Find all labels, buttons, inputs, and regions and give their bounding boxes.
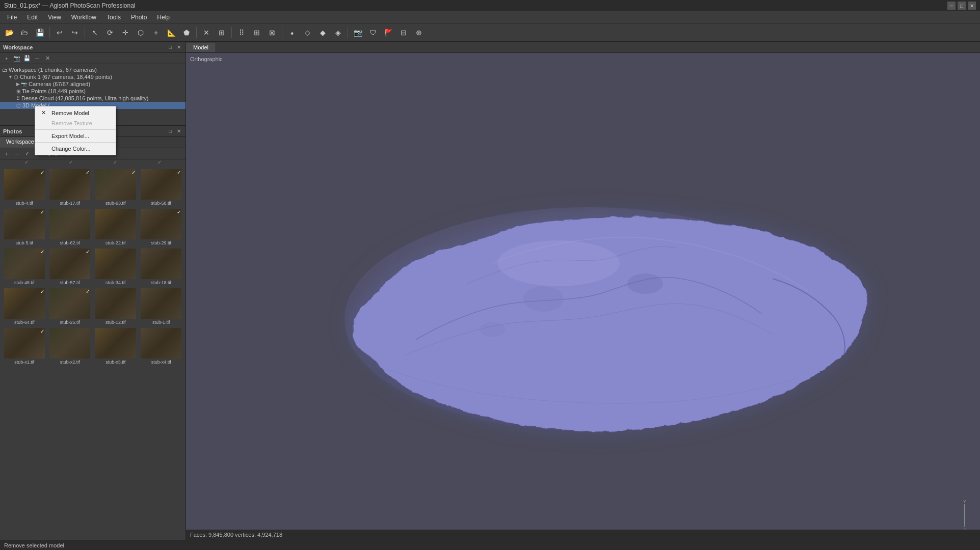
- model-icon: ⬡: [16, 103, 21, 108]
- tb-measure-button[interactable]: 📐: [164, 25, 178, 40]
- left-panel: Workspace □ ✕ + 📷 💾 ─ ✕ 🗂 Workspace (1 c…: [0, 42, 186, 540]
- status-bar: Remove selected model: [0, 540, 980, 550]
- photo-cell-19[interactable]: stub-x3.tif: [93, 327, 138, 366]
- photo-cell-18[interactable]: stub-x2.tif: [48, 327, 93, 366]
- photo-cell-13[interactable]: ✓ stub-64.tif: [2, 287, 47, 326]
- tb-texture-button[interactable]: ⬧: [285, 25, 299, 40]
- photo-cell-6[interactable]: stub-62.tif: [48, 208, 93, 246]
- workspace-close-button[interactable]: ✕: [175, 44, 182, 51]
- tree-tiepoints[interactable]: ⊞ Tie Points (18,449 points): [0, 88, 186, 95]
- photo-cell-12[interactable]: stub-18.tif: [139, 248, 184, 286]
- photo-thumb-2: ✓: [49, 169, 90, 200]
- tb-separator-2: [85, 27, 85, 38]
- photo-cell-9[interactable]: ✓ stub-46.tif: [2, 248, 47, 286]
- tb-polygon-button[interactable]: ⬟: [179, 25, 194, 40]
- photo-thumb-8: ✓: [141, 209, 181, 239]
- tb-folder-button[interactable]: 🗁: [17, 25, 32, 40]
- photo-cell-14[interactable]: ✓ stub-25.tif: [48, 287, 93, 326]
- ws-minimize-button[interactable]: ─: [33, 54, 42, 63]
- menu-view[interactable]: View: [43, 13, 66, 22]
- ctx-remove-model[interactable]: ✕ Remove Model: [35, 107, 116, 118]
- svg-point-1: [523, 286, 564, 312]
- tree-chunk[interactable]: ▼ ⬡ Chunk 1 (67 cameras, 18,449 points): [0, 73, 186, 80]
- ws-save-button[interactable]: 💾: [22, 54, 32, 63]
- tb-flag-button[interactable]: 🛡: [366, 25, 380, 40]
- tb-redo-button[interactable]: ↪: [68, 25, 82, 40]
- close-button[interactable]: ✕: [968, 2, 976, 10]
- tb-marker-button[interactable]: 🚩: [381, 25, 395, 40]
- model-viewport[interactable]: Orthographic: [186, 53, 980, 540]
- maximize-button[interactable]: □: [958, 2, 966, 10]
- tb-cursor-button[interactable]: ↖: [88, 25, 102, 40]
- tb-move-button[interactable]: ✛: [118, 25, 133, 40]
- photo-check-5: ✓: [40, 209, 44, 215]
- tb-open-button[interactable]: 📂: [2, 25, 16, 40]
- tb-grid-button[interactable]: ⊞: [250, 25, 264, 40]
- tb-crop-button[interactable]: ⊞: [215, 25, 229, 40]
- photo-name-9: stub-46.tif: [14, 280, 35, 285]
- menu-edit[interactable]: Edit: [22, 13, 43, 22]
- photo-cell-2[interactable]: ✓ stub-17.tif: [48, 168, 93, 207]
- photo-name-13: stub-64.tif: [14, 320, 35, 325]
- menu-workflow[interactable]: Workflow: [66, 13, 101, 22]
- photo-cell-10[interactable]: ✓ stub-57.tif: [48, 248, 93, 286]
- photo-cell-11[interactable]: stub-34.tif: [93, 248, 138, 286]
- workspace-label: Workspace (1 chunks, 67 cameras): [9, 67, 97, 73]
- tab-model[interactable]: Model: [186, 43, 216, 52]
- menu-tools[interactable]: Tools: [101, 13, 126, 22]
- tree-densecloud[interactable]: ⠿ Dense Cloud (42,085,816 points, Ultra …: [0, 95, 186, 102]
- check-2: ✓: [69, 159, 73, 165]
- photo-cell-4[interactable]: ✓ stub-58.tif: [139, 168, 184, 207]
- photo-cell-17[interactable]: ✓ stub-x1.tif: [2, 327, 47, 366]
- tb-save-button[interactable]: 💾: [33, 25, 47, 40]
- ws-close-btn2[interactable]: ✕: [43, 54, 52, 63]
- photos-check-button[interactable]: ✓: [22, 149, 32, 158]
- tb-mesh-button[interactable]: ⊠: [265, 25, 279, 40]
- workspace-float-button[interactable]: □: [167, 44, 174, 51]
- photos-remove-button[interactable]: ─: [12, 149, 21, 158]
- photo-cell-5[interactable]: ✓ stub-5.tif: [2, 208, 47, 246]
- photo-cell-15[interactable]: stub-12.tif: [93, 287, 138, 326]
- tb-camera-button[interactable]: 📷: [351, 25, 365, 40]
- photo-thumb-17: ✓: [4, 328, 45, 359]
- ws-add-chunk-button[interactable]: +: [2, 54, 11, 63]
- photo-check-13: ✓: [40, 289, 44, 294]
- tb-diamond2-button[interactable]: ◆: [315, 25, 330, 40]
- photo-cell-1[interactable]: ✓ stub-4.tif: [2, 168, 47, 207]
- ws-add-photos-button[interactable]: 📷: [12, 54, 21, 63]
- tb-diamond1-button[interactable]: ◇: [300, 25, 314, 40]
- tb-rotate-button[interactable]: ⟳: [103, 25, 117, 40]
- tb-lasso-button[interactable]: +: [149, 25, 163, 40]
- menu-help[interactable]: Help: [152, 13, 175, 22]
- tb-region-button[interactable]: ⊕: [412, 25, 426, 40]
- photo-name-18: stub-x2.tif: [60, 360, 80, 365]
- photos-add-button[interactable]: +: [2, 149, 11, 158]
- photos-close-button[interactable]: ✕: [175, 128, 182, 135]
- photo-thumb-4: ✓: [141, 169, 181, 200]
- photo-cell-8[interactable]: ✓ stub-29.tif: [139, 208, 184, 246]
- photo-cell-3[interactable]: ✓ stub-63.tif: [93, 168, 138, 207]
- menu-photo[interactable]: Photo: [126, 13, 152, 22]
- tb-select-button[interactable]: ⬡: [134, 25, 148, 40]
- photo-name-19: stub-x3.tif: [105, 360, 125, 365]
- tb-points-button[interactable]: ⠿: [234, 25, 249, 40]
- photo-cell-20[interactable]: stub-x4.tif: [139, 327, 184, 366]
- ctx-export-model[interactable]: Export Model...: [35, 131, 116, 141]
- menu-file[interactable]: File: [2, 13, 22, 22]
- tree-cameras[interactable]: ▶ 📷 Cameras (67/67 aligned): [0, 80, 186, 88]
- tb-undo-button[interactable]: ↩: [52, 25, 67, 40]
- photo-name-7: stub-22.tif: [105, 240, 126, 245]
- minimize-button[interactable]: ─: [947, 2, 956, 10]
- ctx-change-color[interactable]: Change Color...: [35, 144, 116, 154]
- tb-delete-button[interactable]: ✕: [199, 25, 214, 40]
- photo-thumb-9: ✓: [4, 249, 45, 279]
- svg-point-2: [627, 273, 663, 294]
- ctx-remove-model-label: Remove Model: [51, 110, 89, 116]
- tb-scale-button[interactable]: ⊟: [396, 25, 411, 40]
- photo-cell-7[interactable]: stub-22.tif: [93, 208, 138, 246]
- photos-float-button[interactable]: □: [167, 128, 174, 135]
- photo-cell-16[interactable]: stub-1.tif: [139, 287, 184, 326]
- tb-separator-1: [49, 27, 50, 38]
- tb-diamond3-button[interactable]: ◈: [331, 25, 345, 40]
- tree-workspace-root[interactable]: 🗂 Workspace (1 chunks, 67 cameras): [0, 66, 186, 73]
